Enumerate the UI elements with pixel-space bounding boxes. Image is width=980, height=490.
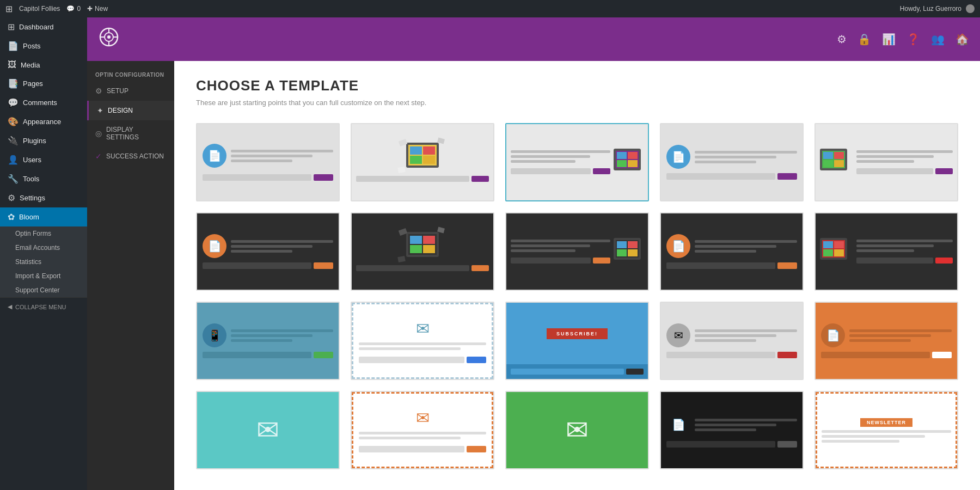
- success-action-label: SUCCESS ACTION: [106, 152, 164, 160]
- sidebar-item-tools[interactable]: 🔧Tools: [0, 169, 87, 188]
- bloom-logo-icon: [98, 26, 120, 48]
- nav-setup[interactable]: ⚙ SETUP: [87, 81, 174, 101]
- sidebar-item-appearance[interactable]: 🎨Appearance: [0, 112, 87, 131]
- comment-bubble[interactable]: 💬 0: [66, 5, 81, 13]
- sidebar-item-dashboard[interactable]: ⊞Dashboard: [0, 17, 87, 36]
- template-card-14[interactable]: ✉: [660, 302, 804, 380]
- sidebar-item-pages[interactable]: 📑Pages: [0, 74, 87, 93]
- settings-icon: ⚙: [8, 193, 15, 203]
- wp-logo-icon[interactable]: ⊞: [5, 4, 13, 14]
- collapse-menu-button[interactable]: ◀ COLLAPSE MENU: [0, 297, 87, 316]
- template-preview-6: 📄: [197, 213, 339, 290]
- template-card-4[interactable]: 📄: [660, 123, 804, 201]
- sidebar-label: Bloom: [19, 213, 39, 221]
- template-card-8[interactable]: [505, 212, 649, 291]
- template-section-title: CHOOSE A TEMPLATE: [196, 77, 958, 94]
- template-grid: 📄: [196, 123, 958, 469]
- submenu-support-label: Support Center: [0, 283, 87, 297]
- template-preview-5: [816, 124, 957, 200]
- template-card-12[interactable]: ✉: [351, 302, 494, 380]
- sidebar-item-posts[interactable]: 📄Posts: [0, 36, 87, 56]
- avatar[interactable]: [966, 4, 975, 13]
- new-label: New: [95, 5, 108, 13]
- sidebar-label: Comments: [23, 99, 57, 107]
- header-stats-icon[interactable]: 📊: [882, 33, 896, 46]
- collapse-menu-label: COLLAPSE MENU: [15, 304, 66, 310]
- template-card-19[interactable]: 📄: [660, 391, 804, 469]
- template-preview-13: SUBSCRIBE!: [506, 303, 648, 379]
- submenu-support[interactable]: Support Center: [0, 283, 87, 297]
- template-card-15[interactable]: 📄: [814, 302, 958, 380]
- site-name-label: Capitol Follies: [19, 5, 60, 13]
- media-icon: 🖼: [8, 60, 16, 70]
- template-card-18[interactable]: ✉: [505, 391, 649, 469]
- submenu-optin-label: Optin Forms: [0, 226, 87, 241]
- admin-bar-left: ⊞ Capitol Follies 💬 0 ✚ New: [5, 4, 108, 14]
- template-card-3[interactable]: [505, 123, 649, 201]
- template-card-7[interactable]: [351, 212, 494, 291]
- plugin-logo: [98, 26, 120, 53]
- submenu-import-export[interactable]: Import & Export: [0, 269, 87, 283]
- template-preview-19: 📄: [661, 392, 803, 468]
- posts-icon: 📄: [8, 41, 19, 51]
- template-card-2[interactable]: [351, 123, 494, 201]
- comments-icon: 💬: [8, 97, 19, 108]
- header-users-icon[interactable]: 👥: [931, 33, 945, 46]
- sidebar-menu: ⊞Dashboard 📄Posts 🖼Media 📑Pages 💬Comment…: [0, 17, 87, 226]
- template-card-10[interactable]: [814, 212, 958, 291]
- template-card-6[interactable]: 📄: [196, 212, 340, 291]
- template-section-subtitle: These are just starting points that you …: [196, 99, 958, 107]
- sidebar-item-comments[interactable]: 💬Comments: [0, 93, 87, 112]
- bloom-submenu: Optin Forms Email Accounts Statistics Im…: [0, 226, 87, 297]
- header-settings-icon[interactable]: ⚙: [837, 33, 847, 46]
- template-preview-1: 📄: [197, 124, 339, 200]
- nav-design[interactable]: ✦ DESIGN: [87, 101, 174, 120]
- template-card-20[interactable]: NEWSLETTER: [814, 391, 958, 469]
- template-preview-10: [816, 213, 957, 290]
- sidebar-label: Appearance: [23, 118, 61, 126]
- sidebar: ⊞Dashboard 📄Posts 🖼Media 📑Pages 💬Comment…: [0, 17, 87, 490]
- nav-display-settings[interactable]: ◎ DISPLAY SETTINGS: [87, 120, 174, 146]
- template-preview-18: ✉: [506, 392, 648, 468]
- display-settings-label: DISPLAY SETTINGS: [106, 126, 166, 141]
- sidebar-label: Settings: [20, 194, 45, 202]
- submenu-stats-label: Statistics: [0, 255, 87, 269]
- template-card-16[interactable]: ✉: [196, 391, 340, 469]
- dashboard-icon: ⊞: [8, 22, 15, 32]
- submenu-optin-forms[interactable]: Optin Forms: [0, 226, 87, 241]
- header-lock-icon[interactable]: 🔒: [857, 33, 871, 46]
- users-icon: 👤: [8, 155, 19, 165]
- sidebar-label: Media: [21, 61, 40, 69]
- nav-success-action[interactable]: ✓ SUCCESS ACTION: [87, 146, 174, 166]
- sidebar-item-users[interactable]: 👤Users: [0, 150, 87, 169]
- left-nav: OPTIN CONFIGURATION ⚙ SETUP ✦ DESIGN ◎ D…: [87, 61, 174, 490]
- submenu-statistics[interactable]: Statistics: [0, 255, 87, 269]
- template-preview-14: ✉: [661, 303, 803, 379]
- template-card-13[interactable]: SUBSCRIBE!: [505, 302, 649, 380]
- header-home-icon[interactable]: 🏠: [955, 33, 969, 46]
- sidebar-item-media[interactable]: 🖼Media: [0, 56, 87, 74]
- template-card-5[interactable]: [814, 123, 958, 201]
- admin-bar-right: Howdy, Luz Guerroro: [900, 4, 975, 13]
- main-wrapper: ⚙ 🔒 📊 ❓ 👥 🏠 OPTIN CONFIGURATION ⚙ SETUP …: [87, 17, 980, 490]
- design-icon: ✦: [97, 106, 103, 115]
- template-preview-4: 📄: [661, 124, 803, 200]
- check-icon: ✓: [95, 152, 102, 161]
- template-card-1[interactable]: 📄: [196, 123, 340, 201]
- new-item-button[interactable]: ✚ New: [87, 5, 108, 13]
- pages-icon: 📑: [8, 78, 19, 89]
- template-card-11[interactable]: 📱: [196, 302, 340, 380]
- header-help-icon[interactable]: ❓: [906, 33, 920, 46]
- appearance-icon: 🎨: [8, 117, 19, 127]
- collapse-arrow-icon: ◀: [8, 303, 12, 310]
- template-preview-16: ✉: [197, 392, 339, 468]
- template-card-9[interactable]: 📄: [660, 212, 804, 291]
- site-name[interactable]: Capitol Follies: [19, 5, 60, 13]
- template-preview-7: [352, 213, 493, 290]
- sidebar-item-bloom[interactable]: ✿Bloom: [0, 207, 87, 226]
- sidebar-item-plugins[interactable]: 🔌Plugins: [0, 131, 87, 150]
- sidebar-item-settings[interactable]: ⚙Settings: [0, 188, 87, 207]
- comment-count: 0: [77, 5, 81, 13]
- template-card-17[interactable]: ✉: [351, 391, 494, 469]
- submenu-email-accounts[interactable]: Email Accounts: [0, 241, 87, 255]
